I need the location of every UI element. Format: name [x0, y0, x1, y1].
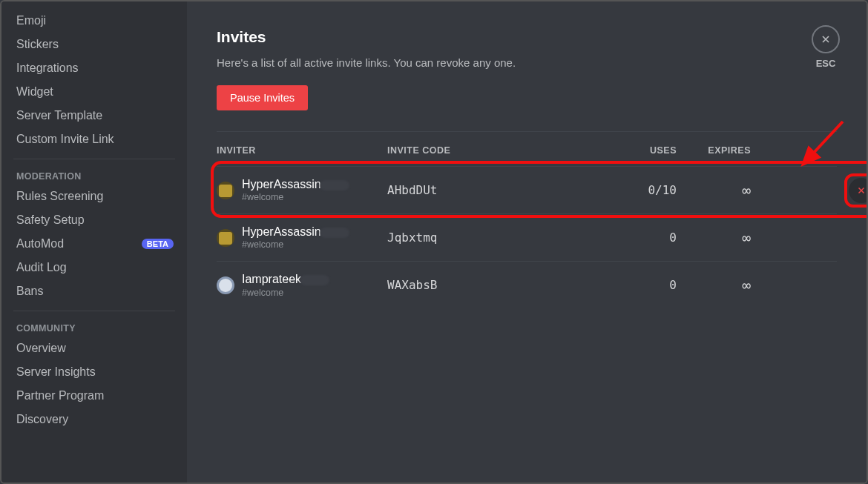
sidebar-item-label: Server Template: [16, 109, 102, 122]
revoke-invite-button[interactable]: [849, 178, 867, 203]
inviter-channel: #welcome: [242, 192, 349, 203]
invite-row[interactable]: Iamprateek#welcomeWAXabsB0∞: [217, 261, 837, 308]
column-inviter: INVITER: [217, 145, 387, 156]
sidebar-item-bans[interactable]: Bans: [1, 279, 187, 303]
table-header: INVITER INVITE CODE USES EXPIRES: [217, 141, 837, 166]
sidebar-item-emoji[interactable]: Emoji: [1, 9, 187, 33]
sidebar-item-integrations[interactable]: Integrations: [1, 56, 187, 80]
inviter-name: HyperAssassin: [242, 225, 349, 239]
invite-expires: ∞: [677, 276, 751, 294]
invite-code: AHbdDUt: [387, 183, 573, 197]
column-uses: USES: [573, 145, 677, 156]
invite-uses: 0: [573, 278, 677, 292]
close-icon: [820, 33, 832, 45]
close-icon: [856, 185, 867, 196]
sidebar-item-overview[interactable]: Overview: [1, 337, 187, 360]
sidebar-item-rules-screening[interactable]: Rules Screening: [1, 185, 187, 208]
sidebar-item-automod[interactable]: AutoModBETA: [1, 232, 187, 256]
invite-table: INVITER INVITE CODE USES EXPIRES HyperAs…: [217, 141, 837, 309]
inviter-name: HyperAssassin: [242, 177, 349, 191]
sidebar-item-label: Server Insights: [16, 365, 96, 379]
sidebar-item-label: Partner Program: [16, 389, 104, 402]
inviter-channel: #welcome: [242, 239, 349, 251]
sidebar-item-discovery[interactable]: Discovery: [1, 408, 187, 431]
sidebar-item-server-insights[interactable]: Server Insights: [1, 360, 187, 384]
sidebar-item-label: Custom Invite Link: [16, 133, 114, 146]
beta-badge: BETA: [142, 239, 174, 249]
pause-invites-button[interactable]: Pause Invites: [217, 85, 308, 110]
sidebar-item-label: Safety Setup: [16, 213, 85, 227]
redacted-suffix: [320, 228, 349, 238]
close-button[interactable]: [812, 25, 840, 53]
sidebar-item-label: Emoji: [16, 14, 46, 27]
sidebar-divider: [13, 159, 175, 159]
redacted-suffix: [320, 180, 349, 190]
esc-label: ESC: [816, 58, 836, 69]
sidebar-item-label: Audit Log: [16, 261, 67, 274]
inviter-cell: Iamprateek#welcome: [217, 272, 387, 298]
main-content: ESC Invites Here's a list of all active …: [187, 1, 867, 483]
settings-sidebar: EmojiStickersIntegrationsWidgetServer Te…: [1, 1, 187, 483]
column-invite-code: INVITE CODE: [387, 145, 573, 156]
sidebar-item-label: Rules Screening: [16, 190, 103, 203]
invite-uses: 0: [573, 231, 677, 245]
redacted-suffix: [300, 275, 329, 285]
sidebar-item-stickers[interactable]: Stickers: [1, 33, 187, 56]
sidebar-section-moderation: MODERATION: [1, 167, 187, 185]
sidebar-item-widget[interactable]: Widget: [1, 80, 187, 104]
sidebar-section-community: COMMUNITY: [1, 319, 187, 337]
content-divider: [217, 131, 837, 132]
invite-expires: ∞: [677, 229, 751, 247]
inviter-channel: #welcome: [242, 288, 329, 299]
sidebar-item-label: Stickers: [16, 38, 59, 51]
invite-row[interactable]: HyperAssassin#welcomeJqbxtmq0∞: [217, 213, 837, 261]
sidebar-item-partner-program[interactable]: Partner Program: [1, 384, 187, 408]
inviter-cell: HyperAssassin#welcome: [217, 225, 387, 251]
sidebar-item-label: Discovery: [16, 413, 68, 426]
invite-expires: ∞: [677, 182, 751, 199]
sidebar-item-label: Integrations: [16, 62, 79, 75]
sidebar-item-label: Overview: [16, 342, 66, 355]
sidebar-item-label: Bans: [16, 285, 43, 298]
invite-code: WAXabsB: [387, 278, 573, 292]
sidebar-item-audit-log[interactable]: Audit Log: [1, 256, 187, 279]
invite-uses: 0/10: [573, 183, 677, 197]
sidebar-item-custom-invite-link[interactable]: Custom Invite Link: [1, 127, 187, 151]
sidebar-item-server-template[interactable]: Server Template: [1, 104, 187, 127]
inviter-name: Iamprateek: [242, 272, 329, 286]
avatar: [217, 276, 234, 294]
sidebar-divider: [13, 311, 175, 311]
invite-row[interactable]: HyperAssassin#welcomeAHbdDUt0/10∞: [217, 166, 837, 213]
sidebar-item-label: Widget: [16, 85, 53, 99]
invite-code: Jqbxtmq: [387, 231, 573, 245]
column-expires: EXPIRES: [677, 145, 751, 156]
page-description: Here's a list of all active invite links…: [217, 56, 837, 69]
avatar: [217, 229, 234, 247]
avatar: [217, 182, 234, 199]
inviter-cell: HyperAssassin#welcome: [217, 177, 387, 203]
page-title: Invites: [217, 28, 837, 46]
sidebar-item-safety-setup[interactable]: Safety Setup: [1, 208, 187, 232]
sidebar-item-label: AutoMod: [16, 237, 64, 251]
